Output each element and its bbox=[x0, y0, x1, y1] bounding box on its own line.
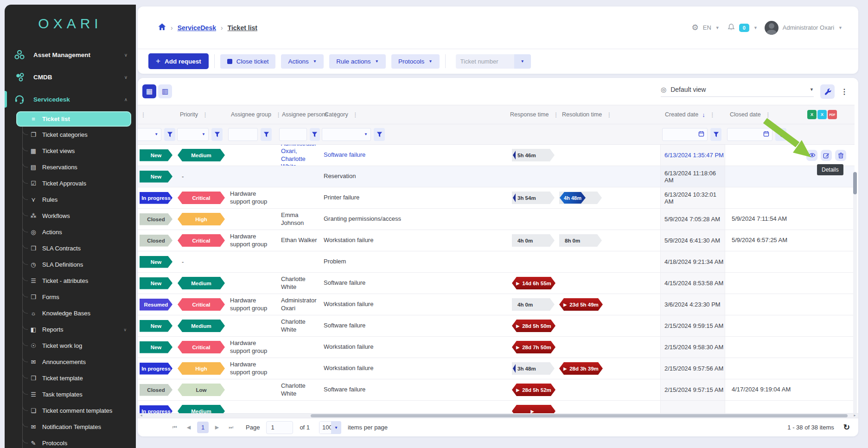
calendar-icon[interactable] bbox=[763, 130, 769, 139]
filter-funnel-button[interactable] bbox=[261, 128, 272, 141]
grid-view-toggle[interactable]: ▦ bbox=[142, 84, 156, 98]
view-selector[interactable]: ◎ Default view ▼ bbox=[661, 86, 814, 97]
excel-export-icon[interactable]: X bbox=[807, 110, 817, 119]
column-menu-kebab-icon[interactable]: ⋮ bbox=[606, 111, 612, 118]
assignee-persons-cell[interactable]: Administrator Oxari, Charlotte White bbox=[277, 145, 320, 166]
notification-count-badge[interactable]: 0 bbox=[739, 24, 749, 32]
sidebar-item-forms[interactable]: ❒Forms bbox=[23, 289, 133, 305]
filter-input-created-date[interactable] bbox=[662, 128, 708, 141]
sidebar-section-asset-management[interactable]: Asset Management∨ bbox=[5, 44, 136, 66]
sidebar-item-rules[interactable]: ⋎Rules bbox=[23, 192, 133, 208]
page-number-input[interactable] bbox=[266, 421, 293, 434]
scroll-right-icon[interactable]: ► bbox=[853, 414, 856, 417]
language-caret-icon[interactable]: ▼ bbox=[715, 26, 720, 30]
vertical-scrollbar-thumb[interactable] bbox=[853, 172, 857, 194]
pdf-export-icon[interactable]: PDF bbox=[828, 110, 837, 119]
table-row[interactable]: NewCriticalHardware support groupWorksta… bbox=[138, 337, 855, 358]
breadcrumb-link-servicedesk[interactable]: ServiceDesk bbox=[178, 24, 216, 32]
protocols-dropdown-button[interactable]: Protocols ▼ bbox=[391, 54, 440, 69]
last-page-button[interactable]: ⏭ bbox=[225, 422, 236, 433]
ticket-number-input[interactable] bbox=[456, 54, 514, 69]
sidebar-item-protocols[interactable]: ✎Protocols bbox=[23, 435, 133, 448]
sidebar-item-task-templates[interactable]: ☰Task templates bbox=[23, 386, 133, 403]
details-eye-button[interactable] bbox=[806, 150, 817, 161]
table-row[interactable]: In progressMedium▶ bbox=[138, 401, 855, 413]
table-row[interactable]: In progressHighHardware support groupWor… bbox=[138, 358, 855, 379]
column-header-assignee-group[interactable]: Assignee group⋮ bbox=[226, 105, 277, 124]
table-row[interactable]: New-Reservation6/13/2024 11:18:06 AM bbox=[138, 166, 855, 187]
table-row[interactable]: NewMediumAdministrator Oxari, Charlotte … bbox=[138, 145, 855, 166]
horizontal-scrollbar[interactable]: ◄ ► bbox=[138, 413, 858, 418]
next-page-button[interactable]: ▶ bbox=[211, 422, 223, 433]
table-row[interactable]: NewMediumCharlotte WhiteSoftware failure… bbox=[138, 315, 855, 337]
gear-icon[interactable]: ⚙ bbox=[692, 23, 699, 32]
filter-funnel-button[interactable] bbox=[211, 128, 223, 141]
sidebar-section-cmdb[interactable]: CMDB∨ bbox=[5, 66, 136, 88]
filter-funnel-button[interactable] bbox=[164, 128, 175, 141]
filter-funnel-button[interactable] bbox=[710, 128, 721, 141]
actions-dropdown-button[interactable]: Actions ▼ bbox=[281, 54, 324, 69]
table-row[interactable]: In progressCriticalHardware support grou… bbox=[138, 187, 855, 209]
table-row[interactable]: ResumedCriticalHardware support groupAdm… bbox=[138, 294, 855, 315]
home-icon[interactable] bbox=[158, 23, 166, 32]
filter-input-assignee-group[interactable] bbox=[228, 128, 258, 141]
column-menu-kebab-icon[interactable]: ⋮ bbox=[202, 111, 208, 118]
excel-light-export-icon[interactable]: X bbox=[817, 110, 827, 119]
table-row[interactable]: ClosedLowCharlotte WhiteSoftware failure… bbox=[138, 379, 855, 401]
column-header-priority[interactable]: Priority⋮ bbox=[175, 105, 226, 124]
notification-caret-icon[interactable]: ▼ bbox=[753, 26, 758, 30]
rule-actions-dropdown-button[interactable]: Rule actions ▼ bbox=[329, 54, 386, 69]
column-header-created-date[interactable]: Created date↓⋮ bbox=[660, 105, 725, 124]
horizontal-scrollbar-thumb[interactable] bbox=[311, 414, 848, 417]
filter-funnel-button[interactable] bbox=[310, 128, 320, 141]
add-request-button[interactable]: + Add request bbox=[148, 53, 209, 69]
bell-icon[interactable] bbox=[728, 23, 735, 32]
language-selector[interactable]: EN bbox=[703, 24, 711, 31]
prev-page-button[interactable]: ◀ bbox=[183, 422, 194, 433]
column-menu-kebab-icon[interactable]: ⋮ bbox=[709, 111, 715, 118]
filter-input-category[interactable]: ▼ bbox=[322, 128, 371, 141]
table-row[interactable]: New-Problem4/18/2024 9:21:34 AM bbox=[138, 251, 855, 273]
filter-input-assignee-persons[interactable] bbox=[279, 128, 307, 141]
column-header-response-time[interactable]: Response time⋮ bbox=[505, 105, 557, 124]
user-name[interactable]: Administrator Oxari bbox=[783, 24, 834, 31]
filter-input-closed-date[interactable] bbox=[727, 128, 772, 141]
column-header-assignee-persons[interactable]: Assignee persons⋮ bbox=[277, 105, 320, 124]
column-view-toggle[interactable]: ▥ bbox=[158, 84, 172, 98]
table-row[interactable]: NewMediumCharlotte WhiteSoftware failure… bbox=[138, 273, 855, 294]
filter-input-priority[interactable]: ▼ bbox=[177, 128, 209, 141]
sidebar-item-ticket-list[interactable]: ≡Ticket list bbox=[16, 111, 131, 127]
sidebar-item-actions[interactable]: ◎Actions bbox=[23, 224, 133, 240]
sidebar-item-sla-definitions[interactable]: ◷SLA Definitions bbox=[23, 256, 133, 273]
column-header-category[interactable]: Category⋮ bbox=[320, 105, 505, 124]
sidebar-item-ticket-template[interactable]: ❒Ticket template bbox=[23, 370, 133, 386]
category-cell[interactable]: Software failure bbox=[320, 145, 505, 166]
column-menu-kebab-icon[interactable]: ⋮ bbox=[352, 111, 358, 118]
edit-button[interactable] bbox=[821, 150, 832, 161]
page-size-select[interactable]: 100 ▼ bbox=[319, 421, 341, 434]
sidebar-item-announcements[interactable]: ✉Announcements bbox=[23, 354, 133, 370]
current-page-button[interactable]: 1 bbox=[197, 422, 209, 433]
sidebar-section-servicedesk[interactable]: Servicedesk∧ bbox=[5, 88, 136, 110]
refresh-icon[interactable]: ↻ bbox=[843, 422, 850, 432]
user-menu-caret-icon[interactable]: ▼ bbox=[838, 26, 842, 30]
breadcrumb-current-ticket-list[interactable]: Ticket list bbox=[228, 24, 257, 32]
sidebar-item-ticket-approvals[interactable]: ☑Ticket Approvals bbox=[23, 175, 133, 192]
scroll-left-icon[interactable]: ◄ bbox=[140, 414, 143, 417]
vertical-scrollbar[interactable] bbox=[853, 172, 857, 413]
filter-input-status[interactable]: ▼ bbox=[138, 128, 161, 141]
sidebar-item-ticket-views[interactable]: ▦Ticket views bbox=[23, 143, 133, 159]
sidebar-item-notification-templates[interactable]: ✉Notification Templates bbox=[23, 419, 133, 435]
avatar[interactable] bbox=[765, 21, 779, 35]
column-menu-kebab-icon[interactable]: ⋮ bbox=[765, 111, 771, 118]
column-header-closed-date[interactable]: Closed date⋮ bbox=[725, 105, 794, 124]
first-page-button[interactable]: ⏮ bbox=[169, 422, 180, 433]
calendar-icon[interactable] bbox=[698, 130, 704, 139]
sidebar-item-workflows[interactable]: ⁂Workflows bbox=[23, 208, 133, 224]
grid-menu-kebab-icon[interactable]: ⋮ bbox=[841, 87, 848, 96]
sidebar-item-ticket-categories[interactable]: ❐Ticket categories bbox=[23, 127, 133, 143]
sidebar-item-ticket-comment-templates[interactable]: ❏Ticket comment templates bbox=[23, 403, 133, 419]
sidebar-item-ticket-work-log[interactable]: ☉Ticket work log bbox=[23, 338, 133, 354]
sidebar-item-reports[interactable]: ◧Reports∨ bbox=[23, 321, 133, 338]
wrench-button[interactable] bbox=[820, 84, 835, 99]
